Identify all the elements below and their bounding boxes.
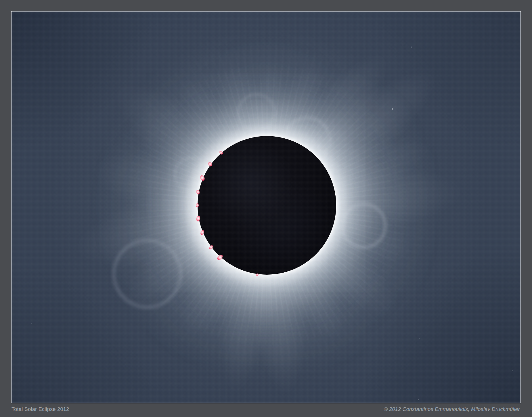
page-background: { "page": { "background_color": "#4a4c50… xyxy=(0,0,532,417)
photo-title: Total Solar Eclipse 2012 xyxy=(12,406,69,412)
photo-credit: © 2012 Constantinos Emmanoulidis, Milosl… xyxy=(384,406,520,412)
eclipse-photo xyxy=(11,11,521,403)
film-grain-overlay xyxy=(12,12,520,403)
